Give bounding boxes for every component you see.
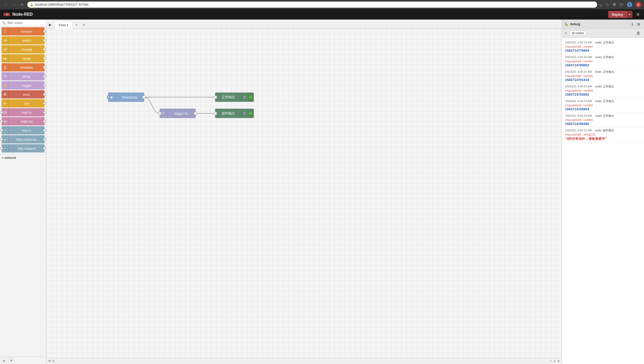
debug-msg-value-2: 1583714780652: [565, 63, 641, 67]
node-icon-http-request: →: [2, 144, 9, 152]
browser-bar: ← → ↻ 🔒 localhost:1880/#flow/73554227.44…: [0, 0, 644, 9]
scroll-down-button[interactable]: ▼: [8, 358, 14, 363]
node-icon-switch: ⇄: [2, 36, 9, 44]
info-button[interactable]: ℹ: [630, 22, 634, 27]
debug-msg-value-6: 1583714786492: [565, 122, 641, 126]
shield-icon[interactable]: 🛡: [620, 3, 623, 7]
node-menu-timeout-out[interactable]: ≡: [241, 109, 247, 118]
chevron-down-icon: ▾: [2, 157, 3, 159]
canvas-node-timestamp[interactable]: ▶timestamp: [108, 93, 144, 102]
debug-msg-value-3: 1583714781816: [565, 78, 641, 82]
node-icon-rbe: ▸: [2, 99, 9, 107]
bottom-bar: ⊞ ⊡ − ○ +: [46, 358, 562, 364]
deploy-btn-group: Deploy ▾: [608, 11, 632, 18]
canvas-node-normal-out[interactable]: 正常输出≡: [215, 93, 254, 102]
add-tab-button[interactable]: +: [73, 21, 80, 29]
sidebar-node-template[interactable]: {} template: [2, 63, 45, 71]
sidebar-node-http-in[interactable]: → http in: [2, 126, 45, 134]
node-port-right-change: [43, 48, 46, 51]
sidebar-node-mqtt-in[interactable]: ◎ mqtt in: [2, 108, 45, 116]
filter-input[interactable]: [7, 21, 46, 25]
back-button[interactable]: ←: [3, 2, 9, 7]
node-icon-exec: ⚙: [2, 90, 9, 98]
scroll-up-button[interactable]: ▲: [1, 358, 7, 363]
debug-msg-node-7: node: 超时输出: [595, 129, 614, 132]
debug-msg-type-4: msg.payload : number: [565, 89, 641, 92]
flow-run-button[interactable]: ▶: [46, 21, 54, 29]
node-debug-normal-out[interactable]: [247, 93, 254, 102]
star-icon[interactable]: ☆: [606, 2, 609, 7]
profile-icon[interactable]: 👤: [627, 2, 632, 7]
network-section-header[interactable]: ▾ network: [0, 154, 46, 161]
debug-msg-value-7: "5秒没有动作，请检查硬件": [565, 136, 641, 141]
tab-flow1[interactable]: Flow 1: [54, 21, 73, 29]
menu-button[interactable]: ≡: [635, 12, 641, 17]
flow-canvas[interactable]: ▶timestamp⏱trigger 5s正常输出≡超时输出≡: [46, 29, 562, 358]
debug-msg-header-5: 3/9/2020, 8:46:24 AM node: 正常输出: [565, 99, 641, 103]
forward-button[interactable]: →: [11, 2, 17, 7]
node-label-timestamp: timestamp: [116, 95, 144, 99]
debug-message-2: 3/9/2020, 8:46:20 AM node: 正常输出 msg.payl…: [562, 54, 644, 69]
view-icon[interactable]: ⊡: [52, 359, 55, 363]
debug-msg-type-1: msg.payload : number: [565, 45, 641, 48]
sidebar-node-http-request[interactable]: → http request: [2, 144, 45, 152]
url-text: localhost:1880/#flow/73554227.4474dc: [35, 3, 89, 6]
sidebar-node-delay[interactable]: ⏱ delay: [2, 72, 45, 80]
canvas-node-timeout-out[interactable]: 超时输出≡: [215, 109, 254, 118]
search-icon[interactable]: ⌕: [600, 3, 602, 7]
debug-msg-type-7: msg.payload : string[12]: [565, 133, 641, 136]
refresh-button[interactable]: ↻: [20, 2, 25, 7]
node-label-change: change: [10, 48, 43, 51]
debug-msg-header-1: 3/9/2020, 8:46:19 AM node: 正常输出: [565, 41, 641, 44]
deploy-dropdown-button[interactable]: ▾: [626, 11, 632, 18]
sidebar-node-function[interactable]: ƒ function: [2, 27, 45, 35]
debug-msg-node-3: node: 正常输出: [595, 70, 614, 73]
extensions-icon[interactable]: ⚙: [613, 2, 616, 7]
node-debug-timeout-out[interactable]: [247, 109, 254, 118]
zoom-in-button[interactable]: +: [558, 359, 560, 363]
node-port-right-function: [43, 30, 46, 33]
clear-debug-button[interactable]: 🗑: [635, 30, 641, 36]
sidebar-node-switch[interactable]: ⇄ switch: [2, 36, 45, 44]
sidebar-node-rbe[interactable]: ▸ rbe: [2, 99, 45, 107]
node-icon-mqtt-out: ◎: [2, 117, 9, 125]
debug-msg-header-7: 3/9/2020, 8:46:31 AM node: 超时输出: [565, 129, 641, 132]
debug-messages: 3/9/2020, 8:46:19 AM node: 正常输出 msg.payl…: [562, 38, 644, 364]
search-icon: 🔍: [2, 21, 6, 25]
sidebar-node-exec[interactable]: ⚙ exec: [2, 90, 45, 98]
deploy-button[interactable]: Deploy: [608, 11, 626, 18]
debug-filter-bar: ▼ all nodes 🗑: [562, 29, 644, 38]
left-port-normal-out: [214, 96, 217, 99]
node-icon-change: ⇄: [2, 45, 9, 53]
debug-msg-time-6: 3/9/2020, 8:46:26 AM: [565, 114, 592, 117]
clear-button[interactable]: ⊠: [636, 22, 641, 27]
debug-msg-value-1: 1583714779804: [565, 49, 641, 52]
app-logo: Node-RED: [3, 12, 33, 17]
debug-message-3: 3/9/2020, 8:46:21 AM node: 正常输出 msg.payl…: [562, 69, 644, 83]
node-port-right-delay: [43, 75, 46, 78]
sidebar-node-mqtt-out[interactable]: ◎ mqtt out: [2, 117, 45, 125]
sidebar-nodes: ƒ function ⇄ switch ⇄ change ▸▸ range {}…: [0, 26, 46, 153]
node-label-template: template: [10, 66, 43, 69]
debug-msg-header-6: 3/9/2020, 8:46:26 AM node: 正常输出: [565, 114, 641, 118]
debug-icon: 🐛: [564, 22, 569, 26]
connection-timestamp-trigger5s: [144, 97, 160, 113]
debug-msg-time-4: 3/9/2020, 8:46:23 AM: [565, 85, 592, 88]
left-port-timeout-out: [214, 112, 217, 115]
debug-msg-value-5: 1583714784864: [565, 107, 641, 111]
sidebar-node-change[interactable]: ⇄ change: [2, 45, 45, 53]
sidebar-node-trigger[interactable]: ⚡ trigger: [2, 81, 45, 89]
node-menu-normal-out[interactable]: ≡: [241, 93, 247, 102]
canvas-node-trigger5s[interactable]: ⏱trigger 5s: [160, 109, 196, 118]
sidebar-node-range[interactable]: ▸▸ range: [2, 54, 45, 62]
bottom-bar-icons: ⊞ ⊡: [48, 359, 55, 363]
inject-check-timestamp[interactable]: [107, 96, 110, 99]
zoom-reset-button[interactable]: ○: [554, 359, 556, 363]
sidebar-node-http-response[interactable]: ↙ http response: [2, 135, 45, 143]
zoom-out-button[interactable]: −: [550, 359, 552, 363]
filter-all-nodes-button[interactable]: all nodes: [569, 31, 586, 36]
tab-menu-button[interactable]: ≡: [80, 21, 87, 29]
address-bar[interactable]: 🔒 localhost:1880/#flow/73554227.4474dc: [27, 2, 597, 8]
node-icon-mqtt-in: ◎: [2, 108, 9, 116]
grid-icon[interactable]: ⊞: [48, 359, 51, 363]
